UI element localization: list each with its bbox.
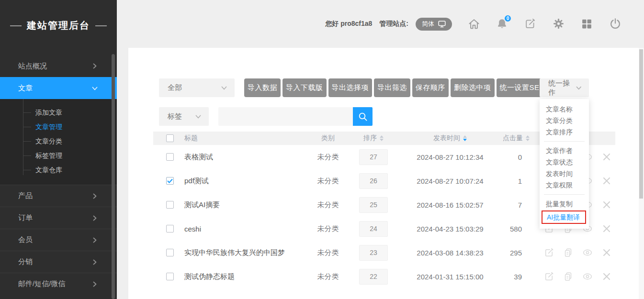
logout-button[interactable] xyxy=(609,18,621,30)
menu-item-ai-batch-translate[interactable]: AI批量翻译 xyxy=(542,210,586,224)
sidebar-item-members[interactable]: 会员 xyxy=(0,229,117,251)
delete-icon[interactable] xyxy=(601,199,612,210)
chevron-down-icon xyxy=(221,85,227,91)
submenu-item-tag-management[interactable]: 标签管理 xyxy=(0,148,117,163)
sidebar-item-distribution[interactable]: 分销 xyxy=(0,251,117,273)
view-icon[interactable] xyxy=(582,247,593,258)
import-data-button[interactable]: 导入数据 xyxy=(244,78,281,97)
export-selected-button[interactable]: 导出选择项 xyxy=(328,78,373,97)
sort-arrows-icon-active-desc[interactable] xyxy=(463,135,467,141)
table-row: 测试伪静态标题 未分类 22 2024-01-31 15:15:00 39 xyxy=(153,265,615,288)
compose-button[interactable] xyxy=(524,18,537,30)
order-input[interactable]: 23 xyxy=(359,245,388,261)
order-input[interactable]: 26 xyxy=(359,173,388,189)
article-category: 未分类 xyxy=(306,177,350,186)
sort-arrows-icon[interactable] xyxy=(526,135,530,141)
chevron-down-icon xyxy=(576,85,582,91)
publish-time: 2024-08-16 15:02:57 xyxy=(397,201,503,209)
delete-icon[interactable] xyxy=(601,176,612,186)
column-header-clicks[interactable]: 点击量 xyxy=(503,134,531,143)
menu-item-article-order[interactable]: 文章排序 xyxy=(540,126,589,138)
article-title[interactable]: 表格测试 xyxy=(184,153,306,162)
content-scrollbar-thumb[interactable] xyxy=(639,49,643,199)
export-filtered-button[interactable]: 导出筛选 xyxy=(374,78,410,97)
edit-icon[interactable] xyxy=(544,271,554,282)
unified-operations-dropdown-button[interactable]: 统一操作 xyxy=(540,78,589,97)
article-title[interactable]: 实现中华民族伟大复兴的中国梦 xyxy=(184,248,306,257)
menu-item-article-author[interactable]: 文章作者 xyxy=(540,145,589,156)
language-switch-pill[interactable]: 简体 xyxy=(416,18,452,31)
view-icon[interactable] xyxy=(582,271,593,282)
title-decor-line xyxy=(95,25,107,26)
row-checkbox[interactable] xyxy=(166,153,174,161)
sidebar-item-orders[interactable]: 订单 xyxy=(0,207,117,229)
order-input[interactable]: 25 xyxy=(359,197,388,213)
menu-item-batch-copy[interactable]: 批量复制 xyxy=(540,198,589,210)
sidebar-scrollbar[interactable] xyxy=(112,54,115,299)
edit-icon xyxy=(524,18,536,30)
notifications-button[interactable]: 0 xyxy=(496,18,508,30)
submenu-item-article-repository[interactable]: 文章仓库 xyxy=(0,163,117,177)
article-category: 未分类 xyxy=(306,224,350,233)
menu-item-article-permission[interactable]: 文章权限 xyxy=(540,179,589,191)
submenu-item-article-management[interactable]: 文章管理 xyxy=(0,120,117,134)
article-title[interactable]: ceshi xyxy=(184,225,306,233)
search-input[interactable] xyxy=(218,107,353,126)
category-filter-select[interactable]: 全部 xyxy=(159,78,235,97)
sidebar-item-articles[interactable]: 文章 xyxy=(0,77,117,99)
row-checkbox[interactable] xyxy=(166,249,174,256)
edit-icon[interactable] xyxy=(544,247,554,258)
delete-icon[interactable] xyxy=(601,152,612,162)
row-checkbox[interactable] xyxy=(166,273,174,280)
home-button[interactable] xyxy=(468,18,480,30)
order-input[interactable]: 22 xyxy=(359,269,388,285)
save-order-button[interactable]: 保存顺序 xyxy=(412,78,449,97)
delete-icon[interactable] xyxy=(601,271,612,282)
menu-item-article-status[interactable]: 文章状态 xyxy=(540,156,589,168)
sort-arrows-icon[interactable] xyxy=(380,135,384,141)
bulk-actions-toolbar: 导入数据 导入下载版 导出选择项 导出筛选 保存顺序 删除选中项 统一设置SEO xyxy=(244,78,549,97)
submenu-item-add-article[interactable]: 添加文章 xyxy=(0,105,117,120)
menu-item-article-category[interactable]: 文章分类 xyxy=(540,115,589,126)
menu-item-article-name[interactable]: 文章名称 xyxy=(540,103,589,115)
order-input[interactable]: 24 xyxy=(359,221,388,237)
tag-filter-select[interactable]: 标签 xyxy=(159,107,209,126)
import-download-version-button[interactable]: 导入下载版 xyxy=(282,78,327,97)
search-button[interactable] xyxy=(353,107,373,126)
chevron-right-icon xyxy=(92,281,98,287)
copy-icon[interactable] xyxy=(563,271,574,282)
sidebar-item-label: 订单 xyxy=(18,213,33,222)
column-header-published[interactable]: 发表时间 xyxy=(397,134,503,143)
submenu-item-article-categories[interactable]: 文章分类 xyxy=(0,134,117,148)
sidebar-item-site-overview[interactable]: 站点概况 xyxy=(0,55,117,77)
content-scrollbar-track[interactable] xyxy=(639,48,644,299)
sidebar-item-label: 产品 xyxy=(18,191,33,200)
delete-selected-button[interactable]: 删除选中项 xyxy=(451,78,495,97)
click-count: 295 xyxy=(503,249,531,257)
row-checkbox[interactable] xyxy=(166,177,174,185)
row-checkbox[interactable] xyxy=(166,225,174,233)
sidebar-item-products[interactable]: 产品 xyxy=(0,185,117,207)
user-greeting: 您好 pro8cf1a8 xyxy=(325,20,372,28)
article-title[interactable]: pdf测试 xyxy=(184,177,306,186)
sidebar-item-mail-sms-wechat[interactable]: 邮件/短信/微信 xyxy=(0,273,117,295)
article-title[interactable]: 测试伪静态标题 xyxy=(184,272,306,281)
row-checkbox[interactable] xyxy=(166,201,174,209)
order-input[interactable]: 27 xyxy=(359,149,388,165)
click-count: 1 xyxy=(503,177,531,185)
article-category: 未分类 xyxy=(306,248,350,257)
chevron-right-icon xyxy=(92,193,98,199)
apps-button[interactable] xyxy=(581,18,593,30)
copy-icon[interactable] xyxy=(563,247,574,258)
notification-badge: 0 xyxy=(504,14,512,22)
column-header-order[interactable]: 排序 xyxy=(350,134,397,143)
select-all-checkbox[interactable] xyxy=(166,134,174,142)
article-title[interactable]: 测试AI摘要 xyxy=(184,200,306,210)
settings-button[interactable] xyxy=(553,18,565,30)
menu-item-publish-time[interactable]: 发表时间 xyxy=(540,168,589,179)
delete-icon[interactable] xyxy=(601,247,612,258)
chevron-right-icon xyxy=(92,259,98,265)
delete-icon[interactable] xyxy=(601,223,612,234)
unified-operations-label: 统一操作 xyxy=(548,79,576,97)
gear-icon xyxy=(553,18,565,30)
